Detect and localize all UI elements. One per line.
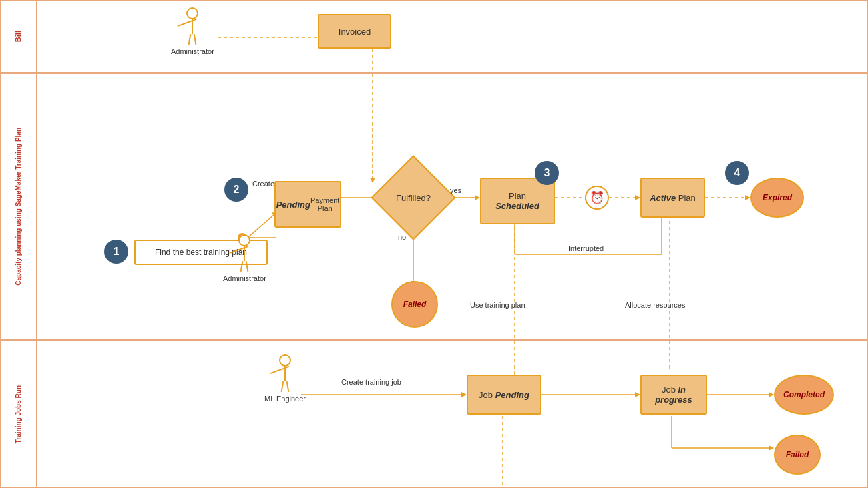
- failed-capacity-circle: Failed: [391, 281, 438, 328]
- active-plan-box: Active Plan: [640, 178, 705, 218]
- swimlane-capacity: Capacity planning using SageMaker Traini…: [0, 73, 868, 340]
- job-pending-box: Job Pending: [467, 375, 541, 415]
- swimlane-capacity-content: 1 Find the best training plan 2 Create t…: [37, 74, 867, 339]
- invoiced-box: Invoiced: [318, 14, 391, 49]
- svg-marker-16: [635, 195, 640, 200]
- svg-marker-18: [745, 195, 750, 200]
- clock-icon: ⏰: [585, 186, 609, 210]
- actor-ml-engineer: ML Engineer: [264, 354, 306, 403]
- yes-label: yes: [450, 186, 461, 194]
- svg-marker-29: [461, 392, 467, 397]
- step-4-circle: 4: [725, 161, 749, 185]
- swimlane-billing: Bill: [0, 0, 868, 73]
- expired-circle: Expired: [750, 178, 804, 218]
- swimlane-label-billing: Bill: [1, 1, 37, 72]
- use-training-plan-label: Use training plan: [470, 301, 525, 309]
- svg-marker-26: [370, 178, 375, 183]
- diagram-container: Bill: [0, 0, 868, 488]
- svg-marker-34: [769, 392, 774, 397]
- no-label: no: [398, 233, 406, 241]
- swimlane-training-content: ML Engineer Create training job Job Pend…: [37, 341, 867, 487]
- failed-training-circle: Failed: [774, 435, 821, 475]
- pending-payment-box: Pending PaymentPlan: [274, 181, 341, 228]
- step-3-circle: 3: [535, 161, 559, 185]
- interrupted-label: Interrupted: [568, 244, 604, 252]
- actor-administrator-billing: Administrator: [171, 7, 214, 55]
- swimlane-label-training: Training Jobs Run: [1, 341, 37, 487]
- svg-marker-32: [635, 392, 640, 397]
- swimlane-billing-content: Administrator Invoiced: [37, 1, 867, 72]
- step-2-circle: 2: [224, 178, 248, 202]
- completed-circle: Completed: [774, 375, 834, 415]
- allocate-resources-label: Allocate resources: [625, 301, 686, 309]
- svg-marker-10: [475, 195, 480, 200]
- step-1-circle: 1: [104, 240, 128, 264]
- swimlane-label-capacity: Capacity planning using SageMaker Traini…: [1, 74, 37, 339]
- fulfilled-diamond: Fulfilled?: [383, 168, 443, 228]
- actor-administrator-capacity: Administrator: [223, 234, 266, 282]
- billing-svg: [37, 1, 867, 72]
- swimlane-training: Training Jobs Run: [0, 340, 868, 488]
- svg-marker-37: [769, 445, 774, 451]
- job-in-progress-box: Job In progress: [640, 375, 707, 415]
- capacity-svg: [37, 74, 867, 339]
- training-svg: [37, 341, 867, 487]
- create-training-job-label: Create training job: [341, 378, 401, 386]
